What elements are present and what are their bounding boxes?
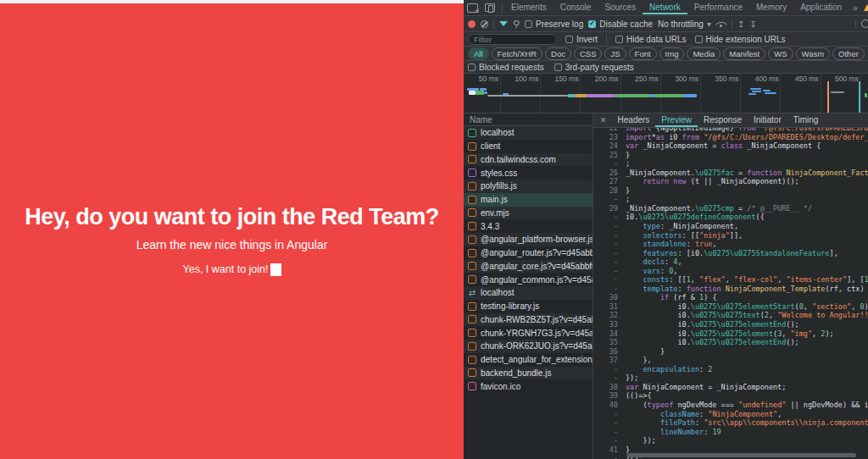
third-party-toggle[interactable]: 3rd-party requests — [554, 63, 634, 72]
pill-ws[interactable]: WS — [768, 47, 793, 60]
pill-css[interactable]: CSS — [574, 47, 603, 60]
invert-toggle[interactable]: Invert — [565, 35, 598, 44]
name-column-header[interactable]: Name — [464, 113, 593, 126]
request-row[interactable]: polyfills.js — [464, 180, 593, 193]
tab-application[interactable]: Application — [793, 1, 849, 14]
pill-manifest[interactable]: Manifest — [723, 47, 765, 60]
invert-checkbox[interactable] — [565, 36, 573, 43]
request-row[interactable]: cdn.tailwindcss.com — [464, 153, 593, 167]
export-har-icon[interactable]: ↧ — [749, 19, 756, 29]
tab-sources[interactable]: Sources — [598, 1, 643, 14]
clipped-icon — [861, 19, 868, 28]
preview-tab-preview[interactable]: Preview — [655, 113, 698, 127]
line-number: 33 — [593, 320, 626, 329]
request-row[interactable]: chunk-RWB2BZ5T.js?v=d45abbf6 — [464, 313, 593, 327]
request-row[interactable]: backend_bundle.js — [464, 367, 593, 380]
request-row[interactable]: styles.css — [464, 166, 593, 180]
web-page: Hey, do you want to join the Red Team? L… — [0, 0, 464, 459]
pill-wasm[interactable]: Wasm — [796, 47, 831, 60]
waterfall-bar — [865, 93, 867, 97]
blocked-requests-toggle[interactable]: Blocked requests — [468, 63, 544, 72]
throttling-value: No throttling — [658, 19, 704, 29]
line-number: - — [593, 249, 626, 258]
pill-doc[interactable]: Doc — [545, 47, 571, 60]
request-row[interactable]: localhost — [464, 126, 593, 140]
pill-other[interactable]: Other — [832, 47, 865, 60]
close-preview-icon[interactable]: ✕ — [597, 116, 610, 124]
request-row[interactable]: client — [464, 140, 593, 153]
request-row[interactable]: @angular_core.js?v=d45abbf6 — [464, 260, 593, 274]
hide-extension-urls-checkbox[interactable] — [695, 36, 703, 43]
request-row[interactable]: ⇄localhost — [464, 286, 593, 300]
tab-performance[interactable]: Performance — [687, 1, 749, 14]
tab-memory[interactable]: Memory — [749, 1, 793, 14]
search-icon[interactable]: ⚲ — [513, 19, 520, 30]
join-checkbox[interactable] — [270, 263, 281, 276]
disable-cache-toggle[interactable]: ✓ Disable cache — [588, 19, 653, 29]
import-har-icon[interactable]: ↥ — [737, 19, 744, 29]
preview-tab-timing[interactable]: Timing — [787, 113, 825, 127]
line-number: - — [593, 222, 626, 231]
line-number: 28 — [593, 186, 626, 196]
preview-tab-response[interactable]: Response — [698, 113, 748, 127]
tab-elements[interactable]: Elements — [504, 1, 554, 14]
inspect-element-icon[interactable] — [467, 3, 478, 13]
tab-network[interactable]: Network — [643, 1, 687, 14]
horizontal-scrollbar[interactable] — [627, 453, 856, 457]
line-number: - — [593, 410, 626, 419]
request-row[interactable]: @angular_platform-browser.js?v=d45a... — [464, 233, 593, 246]
request-row[interactable]: @angular_common.js?v=d45abbf6 — [464, 273, 593, 286]
js-file-icon — [468, 182, 476, 191]
pill-js[interactable]: JS — [604, 47, 626, 60]
pill-img[interactable]: Img — [659, 47, 685, 60]
code-line: 26_NinjaComponent.\u0275fac = function N… — [593, 169, 868, 178]
device-toolbar-icon[interactable] — [485, 3, 495, 12]
hide-extension-urls-toggle[interactable]: Hide extension URLs — [695, 35, 786, 44]
filter-input[interactable] — [468, 34, 557, 45]
waterfall-bar — [484, 91, 487, 94]
tab-console[interactable]: Console — [554, 1, 598, 14]
line-number: 31 — [593, 302, 626, 312]
code-line: 32 i0.\u0275\u0275text(2, "Welcome to An… — [593, 311, 868, 320]
clear-icon[interactable] — [481, 20, 488, 28]
third-party-checkbox[interactable] — [554, 64, 562, 71]
throttling-dropdown[interactable]: No throttling ▾ — [658, 19, 711, 29]
request-row[interactable]: main.js — [464, 193, 593, 207]
preserve-log-toggle[interactable]: Preserve log — [525, 19, 583, 29]
line-number: 24 — [593, 141, 626, 151]
request-row[interactable]: testing-library.js — [464, 300, 593, 313]
pill-font[interactable]: Font — [629, 47, 657, 60]
request-row[interactable]: @angular_router.js?v=d45abbf6 — [464, 246, 593, 260]
request-row[interactable]: 3.4.3 — [464, 219, 593, 233]
request-name: polyfills.js — [481, 181, 517, 191]
network-overview-timeline[interactable]: 50 ms100 ms150 ms200 ms250 ms300 ms350 m… — [464, 74, 868, 113]
pill-fetch-xhr[interactable]: Fetch/XHR — [492, 47, 542, 60]
request-row[interactable]: detect_angular_for_extension_icon_bu... — [464, 353, 593, 367]
blocked-requests-label: Blocked requests — [479, 63, 544, 72]
disable-cache-checkbox[interactable]: ✓ — [588, 20, 596, 28]
waterfall-bar — [654, 94, 683, 97]
code-line: - }); — [593, 436, 868, 445]
request-type-filters: AllFetch/XHRDocCSSJSFontImgMediaManifest… — [464, 47, 868, 61]
request-row[interactable]: favicon.ico — [464, 379, 593, 393]
code-preview[interactable]: 22import {NgOptimizedImage} from "/@fs/C… — [593, 128, 868, 459]
pill-media[interactable]: Media — [687, 47, 721, 60]
request-row[interactable]: chunk-YRGNH7G3.js?v=d45abbf6 — [464, 326, 593, 340]
js-file-icon — [468, 249, 476, 257]
warning-icon[interactable] — [864, 4, 868, 11]
request-row[interactable]: env.mjs — [464, 207, 593, 220]
pill-all[interactable]: All — [468, 47, 489, 60]
filter-funnel-icon[interactable] — [499, 21, 508, 26]
hide-data-urls-toggle[interactable]: Hide data URLs — [615, 35, 687, 44]
network-conditions-icon[interactable] — [716, 20, 726, 27]
record-button[interactable] — [468, 20, 476, 28]
blocked-requests-checkbox[interactable] — [468, 64, 476, 71]
code-line: 36 } — [593, 347, 868, 357]
preview-tab-headers[interactable]: Headers — [612, 113, 656, 127]
preserve-log-checkbox[interactable] — [525, 20, 532, 28]
request-row[interactable]: chunk-ORK62JUO.js?v=d45abbf6 — [464, 340, 593, 353]
preview-tab-initiator[interactable]: Initiator — [748, 113, 787, 127]
hide-data-urls-checkbox[interactable] — [615, 36, 623, 43]
more-tabs-icon[interactable]: » — [850, 3, 860, 13]
timeline-tick-label: 500 ms — [835, 75, 861, 83]
